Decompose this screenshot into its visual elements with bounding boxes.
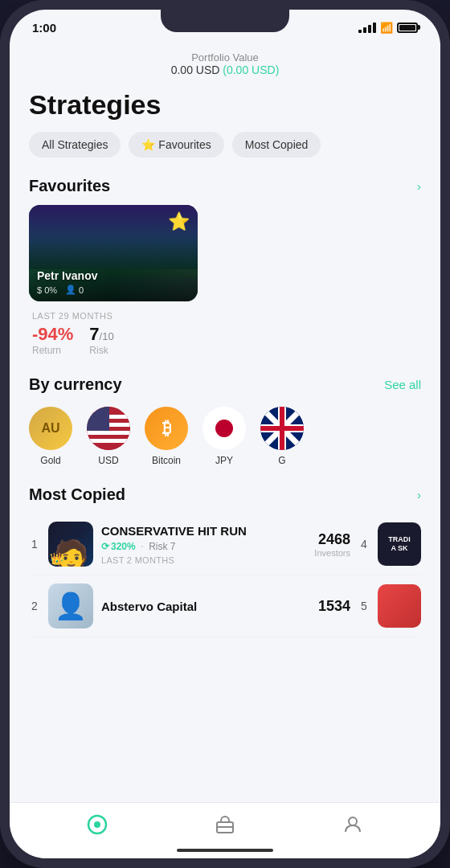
- copied-return-1: ⟳ 320%: [101, 541, 136, 552]
- profile-nav-icon: [342, 814, 363, 840]
- card-image: ⭐ Petr Ivanov $ 0% 👤: [29, 205, 198, 301]
- signal-icon: [358, 23, 376, 33]
- most-copied-title: Most Copied: [29, 485, 125, 504]
- home-indicator: [177, 849, 273, 852]
- favourites-link[interactable]: ›: [417, 179, 421, 193]
- usd-icon: [87, 407, 130, 450]
- tab-all-strategies[interactable]: All Strategies: [29, 132, 121, 158]
- dollar-icon: $: [37, 285, 42, 295]
- currency-usd[interactable]: USD: [87, 407, 130, 466]
- currency-gbp[interactable]: G: [260, 407, 304, 466]
- favourites-title: Favourites: [29, 177, 110, 195]
- most-copied-header: Most Copied ›: [10, 482, 440, 514]
- card-return-meta: $ 0%: [37, 285, 57, 295]
- tab-favourites[interactable]: ⭐ Favourites: [129, 132, 223, 158]
- strategy-card-petr[interactable]: ⭐ Petr Ivanov $ 0% 👤: [29, 205, 198, 301]
- card-stats: -94% Return 7/10 Risk: [32, 324, 194, 356]
- investors-label-1: Investors: [314, 548, 350, 558]
- return-arrow-icon: ⟳: [101, 541, 109, 552]
- card-meta: $ 0% 👤 0: [37, 285, 97, 295]
- btc-icon: ₿: [145, 407, 188, 450]
- rank-right-2: 5: [358, 600, 370, 612]
- favourites-scroll: ⭐ Petr Ivanov $ 0% 👤: [10, 205, 440, 372]
- currency-gold[interactable]: AU Gold: [29, 407, 72, 466]
- portfolio-value: 0.00 USD (0.00 USD): [26, 63, 424, 76]
- filter-tabs: All Strategies ⭐ Favourites Most Copied: [10, 132, 440, 174]
- chart-2: [378, 584, 421, 628]
- phone-screen: 1:00 📶 Portfolio Value 0.00: [10, 10, 440, 858]
- card-return-stat: -94% Return: [32, 324, 73, 356]
- crown-icon: 👑: [50, 552, 63, 565]
- card-return-value: -94%: [32, 324, 73, 345]
- card-risk-stat: 7/10 Risk: [89, 324, 113, 356]
- nav-portfolio[interactable]: [202, 809, 248, 845]
- gbp-icon: [260, 407, 304, 450]
- favourites-section-header: Favourites ›: [10, 174, 440, 205]
- copied-stats-row-1: ⟳ 320% · Risk 7: [101, 539, 306, 554]
- chart-1: TRADIA SK: [378, 522, 421, 566]
- rank-2: 2: [29, 600, 40, 612]
- phone-frame: 1:00 📶 Portfolio Value 0.00: [0, 0, 450, 868]
- status-time: 1:00: [32, 21, 56, 35]
- copied-risk-1: Risk 7: [149, 541, 175, 552]
- usd-label: USD: [98, 455, 118, 466]
- svg-rect-3: [87, 431, 130, 435]
- most-copied-list: 1 🧑 👑 CONSERVATIVE HIT RUN ⟳ 320%: [10, 514, 440, 637]
- status-icons: 📶: [358, 22, 418, 34]
- gbp-label: G: [278, 455, 285, 466]
- portfolio-nav-icon: [215, 814, 235, 840]
- main-scroll[interactable]: Portfolio Value 0.00 USD (0.00 USD) Stra…: [10, 45, 440, 802]
- rank-1: 1: [29, 538, 40, 551]
- card-copiers-meta: 👤 0: [65, 285, 84, 295]
- currency-title: By currency: [29, 375, 122, 394]
- copied-name-1: CONSERVATIVE HIT RUN: [101, 524, 306, 538]
- card-return-label: Return: [32, 345, 73, 356]
- jpy-label: JPY: [215, 455, 233, 466]
- nav-profile[interactable]: [329, 809, 376, 845]
- currency-see-all[interactable]: See all: [384, 378, 421, 391]
- portfolio-header: Portfolio Value 0.00 USD (0.00 USD): [10, 45, 440, 86]
- copied-investors-2: 1534: [318, 598, 350, 615]
- investors-count-1: 2468: [314, 531, 350, 548]
- gold-label: Gold: [40, 455, 60, 466]
- copied-investors-1: 2468 Investors: [314, 531, 350, 558]
- jpy-icon: [202, 407, 246, 450]
- btc-label: Bitcoin: [152, 455, 181, 466]
- nav-strategies[interactable]: [74, 809, 121, 845]
- card-star-icon: ⭐: [168, 211, 190, 232]
- page-title: Strategies: [10, 86, 440, 132]
- gold-icon: AU: [29, 407, 72, 450]
- portfolio-label: Portfolio Value: [26, 51, 424, 63]
- copied-months-1: LAST 2 MONTHS: [101, 555, 306, 565]
- card-risk-label: Risk: [89, 345, 113, 356]
- currency-section-header: By currency See all: [10, 372, 440, 403]
- copied-item-1[interactable]: 1 🧑 👑 CONSERVATIVE HIT RUN ⟳ 320%: [29, 514, 421, 575]
- copied-info-2: Abstervo Capital: [101, 600, 310, 613]
- svg-rect-4: [87, 439, 130, 443]
- avatar-2: 👤: [48, 583, 93, 628]
- currency-jpy[interactable]: JPY: [202, 407, 246, 466]
- copied-name-2: Abstervo Capital: [101, 600, 310, 613]
- rank-right-1: 4: [358, 538, 370, 551]
- copied-item-2[interactable]: 2 👤 Abstervo Capital 1534 5: [29, 575, 421, 637]
- most-copied-link[interactable]: ›: [417, 488, 421, 502]
- strategies-nav-icon: [87, 814, 108, 840]
- card-info: Petr Ivanov $ 0% 👤 0: [37, 269, 97, 295]
- svg-rect-5: [87, 407, 109, 431]
- person-icon: 👤: [65, 285, 76, 295]
- wifi-icon: 📶: [380, 22, 393, 34]
- investors-count-2: 1534: [318, 598, 350, 615]
- copied-info-1: CONSERVATIVE HIT RUN ⟳ 320% · Risk 7 LAS…: [101, 524, 306, 565]
- currency-row: AU Gold USD ₿ Bitcoin: [10, 403, 440, 482]
- svg-point-17: [349, 817, 357, 825]
- svg-point-14: [94, 821, 100, 828]
- tab-most-copied[interactable]: Most Copied: [232, 132, 321, 158]
- card-trader-name: Petr Ivanov: [37, 269, 97, 282]
- favourites-card[interactable]: ⭐ Petr Ivanov $ 0% 👤: [29, 205, 198, 356]
- currency-btc[interactable]: ₿ Bitcoin: [145, 407, 188, 466]
- card-risk-value: 7/10: [89, 324, 113, 345]
- card-stats-row: LAST 29 MONTHS -94% Return 7/10 Risk: [29, 301, 198, 356]
- card-duration-label: LAST 29 MONTHS: [32, 311, 194, 321]
- battery-icon: [397, 23, 418, 33]
- phone-notch: [161, 10, 289, 32]
